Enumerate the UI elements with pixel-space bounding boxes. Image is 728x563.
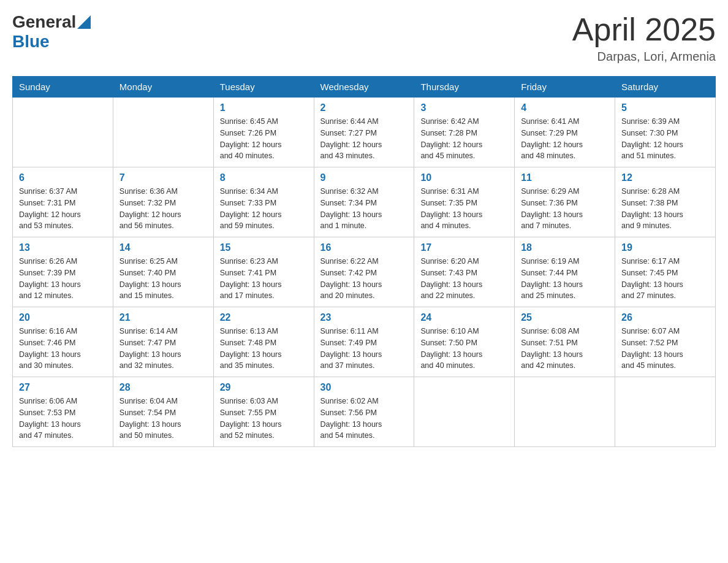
day-info: Sunrise: 6:19 AM Sunset: 7:44 PM Dayligh…	[521, 256, 609, 302]
calendar-cell: 12Sunrise: 6:28 AM Sunset: 7:38 PM Dayli…	[615, 167, 716, 237]
day-info: Sunrise: 6:03 AM Sunset: 7:55 PM Dayligh…	[220, 396, 308, 442]
day-number: 9	[320, 172, 408, 183]
day-info: Sunrise: 6:26 AM Sunset: 7:39 PM Dayligh…	[19, 256, 107, 302]
calendar-cell: 24Sunrise: 6:10 AM Sunset: 7:50 PM Dayli…	[414, 307, 515, 377]
day-info: Sunrise: 6:34 AM Sunset: 7:33 PM Dayligh…	[220, 186, 308, 232]
calendar-header-sunday: Sunday	[13, 77, 113, 98]
day-number: 14	[119, 242, 207, 253]
calendar-cell: 21Sunrise: 6:14 AM Sunset: 7:47 PM Dayli…	[113, 307, 213, 377]
day-info: Sunrise: 6:04 AM Sunset: 7:54 PM Dayligh…	[119, 396, 207, 442]
day-number: 15	[220, 242, 308, 253]
calendar-week-row: 27Sunrise: 6:06 AM Sunset: 7:53 PM Dayli…	[13, 377, 716, 447]
day-number: 8	[220, 172, 308, 183]
title-area: April 2025 Darpas, Lori, Armenia	[572, 12, 716, 64]
day-number: 27	[19, 382, 107, 393]
calendar-header-saturday: Saturday	[615, 77, 716, 98]
day-info: Sunrise: 6:02 AM Sunset: 7:56 PM Dayligh…	[320, 396, 408, 442]
calendar-header-friday: Friday	[515, 77, 615, 98]
calendar-cell: 2Sunrise: 6:44 AM Sunset: 7:27 PM Daylig…	[314, 98, 414, 167]
calendar-cell: 5Sunrise: 6:39 AM Sunset: 7:30 PM Daylig…	[615, 98, 716, 167]
day-number: 22	[220, 312, 308, 323]
day-number: 17	[420, 242, 508, 253]
calendar-header-row: SundayMondayTuesdayWednesdayThursdayFrid…	[13, 77, 716, 98]
day-number: 18	[521, 242, 609, 253]
calendar-cell: 4Sunrise: 6:41 AM Sunset: 7:29 PM Daylig…	[515, 98, 615, 167]
calendar-cell: 9Sunrise: 6:32 AM Sunset: 7:34 PM Daylig…	[314, 167, 414, 237]
day-number: 23	[320, 312, 408, 323]
day-info: Sunrise: 6:13 AM Sunset: 7:48 PM Dayligh…	[220, 326, 308, 372]
page-header: General Blue April 2025 Darpas, Lori, Ar…	[12, 12, 716, 64]
day-info: Sunrise: 6:23 AM Sunset: 7:41 PM Dayligh…	[220, 256, 308, 302]
day-number: 19	[621, 242, 709, 253]
calendar-cell	[13, 98, 113, 167]
calendar-cell: 19Sunrise: 6:17 AM Sunset: 7:45 PM Dayli…	[615, 237, 716, 307]
day-number: 3	[420, 102, 508, 113]
day-number: 7	[119, 172, 207, 183]
day-info: Sunrise: 6:45 AM Sunset: 7:26 PM Dayligh…	[220, 116, 308, 162]
day-number: 26	[621, 312, 709, 323]
day-info: Sunrise: 6:16 AM Sunset: 7:46 PM Dayligh…	[19, 326, 107, 372]
day-number: 5	[621, 102, 709, 113]
day-number: 28	[119, 382, 207, 393]
calendar-week-row: 6Sunrise: 6:37 AM Sunset: 7:31 PM Daylig…	[13, 167, 716, 237]
day-info: Sunrise: 6:22 AM Sunset: 7:42 PM Dayligh…	[320, 256, 408, 302]
calendar-cell: 15Sunrise: 6:23 AM Sunset: 7:41 PM Dayli…	[213, 237, 314, 307]
calendar-cell: 28Sunrise: 6:04 AM Sunset: 7:54 PM Dayli…	[113, 377, 213, 447]
calendar-week-row: 20Sunrise: 6:16 AM Sunset: 7:46 PM Dayli…	[13, 307, 716, 377]
day-number: 2	[320, 102, 408, 113]
calendar-cell: 3Sunrise: 6:42 AM Sunset: 7:28 PM Daylig…	[414, 98, 515, 167]
calendar-cell	[113, 98, 213, 167]
day-number: 20	[19, 312, 107, 323]
day-info: Sunrise: 6:42 AM Sunset: 7:28 PM Dayligh…	[420, 116, 508, 162]
calendar-cell: 20Sunrise: 6:16 AM Sunset: 7:46 PM Dayli…	[13, 307, 113, 377]
calendar-cell: 6Sunrise: 6:37 AM Sunset: 7:31 PM Daylig…	[13, 167, 113, 237]
day-info: Sunrise: 6:10 AM Sunset: 7:50 PM Dayligh…	[420, 326, 508, 372]
calendar-cell: 25Sunrise: 6:08 AM Sunset: 7:51 PM Dayli…	[515, 307, 615, 377]
logo-blue-text: Blue	[12, 32, 50, 52]
day-info: Sunrise: 6:07 AM Sunset: 7:52 PM Dayligh…	[621, 326, 709, 372]
calendar-cell: 26Sunrise: 6:07 AM Sunset: 7:52 PM Dayli…	[615, 307, 716, 377]
day-number: 16	[320, 242, 408, 253]
calendar-cell: 11Sunrise: 6:29 AM Sunset: 7:36 PM Dayli…	[515, 167, 615, 237]
day-info: Sunrise: 6:17 AM Sunset: 7:45 PM Dayligh…	[621, 256, 709, 302]
day-info: Sunrise: 6:36 AM Sunset: 7:32 PM Dayligh…	[119, 186, 207, 232]
calendar-cell: 1Sunrise: 6:45 AM Sunset: 7:26 PM Daylig…	[213, 98, 314, 167]
day-number: 1	[220, 102, 308, 113]
calendar-cell: 27Sunrise: 6:06 AM Sunset: 7:53 PM Dayli…	[13, 377, 113, 447]
day-info: Sunrise: 6:44 AM Sunset: 7:27 PM Dayligh…	[320, 116, 408, 162]
calendar-table: SundayMondayTuesdayWednesdayThursdayFrid…	[12, 76, 716, 447]
calendar-cell: 8Sunrise: 6:34 AM Sunset: 7:33 PM Daylig…	[213, 167, 314, 237]
day-info: Sunrise: 6:14 AM Sunset: 7:47 PM Dayligh…	[119, 326, 207, 372]
calendar-cell: 18Sunrise: 6:19 AM Sunset: 7:44 PM Dayli…	[515, 237, 615, 307]
calendar-week-row: 13Sunrise: 6:26 AM Sunset: 7:39 PM Dayli…	[13, 237, 716, 307]
day-number: 10	[420, 172, 508, 183]
calendar-week-row: 1Sunrise: 6:45 AM Sunset: 7:26 PM Daylig…	[13, 98, 716, 167]
calendar-cell: 14Sunrise: 6:25 AM Sunset: 7:40 PM Dayli…	[113, 237, 213, 307]
calendar-header-monday: Monday	[113, 77, 213, 98]
calendar-cell: 22Sunrise: 6:13 AM Sunset: 7:48 PM Dayli…	[213, 307, 314, 377]
day-number: 21	[119, 312, 207, 323]
logo-general-text: General	[12, 12, 76, 32]
day-info: Sunrise: 6:41 AM Sunset: 7:29 PM Dayligh…	[521, 116, 609, 162]
calendar-cell: 10Sunrise: 6:31 AM Sunset: 7:35 PM Dayli…	[414, 167, 515, 237]
day-number: 12	[621, 172, 709, 183]
day-number: 4	[521, 102, 609, 113]
calendar-cell: 29Sunrise: 6:03 AM Sunset: 7:55 PM Dayli…	[213, 377, 314, 447]
calendar-cell: 30Sunrise: 6:02 AM Sunset: 7:56 PM Dayli…	[314, 377, 414, 447]
day-info: Sunrise: 6:28 AM Sunset: 7:38 PM Dayligh…	[621, 186, 709, 232]
day-info: Sunrise: 6:25 AM Sunset: 7:40 PM Dayligh…	[119, 256, 207, 302]
calendar-cell	[515, 377, 615, 447]
calendar-cell: 7Sunrise: 6:36 AM Sunset: 7:32 PM Daylig…	[113, 167, 213, 237]
logo-triangle-icon	[77, 15, 91, 29]
day-number: 24	[420, 312, 508, 323]
calendar-cell: 13Sunrise: 6:26 AM Sunset: 7:39 PM Dayli…	[13, 237, 113, 307]
svg-marker-0	[77, 15, 91, 29]
day-number: 30	[320, 382, 408, 393]
calendar-header-wednesday: Wednesday	[314, 77, 414, 98]
day-number: 29	[220, 382, 308, 393]
day-info: Sunrise: 6:32 AM Sunset: 7:34 PM Dayligh…	[320, 186, 408, 232]
calendar-cell: 16Sunrise: 6:22 AM Sunset: 7:42 PM Dayli…	[314, 237, 414, 307]
day-info: Sunrise: 6:08 AM Sunset: 7:51 PM Dayligh…	[521, 326, 609, 372]
calendar-header-thursday: Thursday	[414, 77, 515, 98]
day-info: Sunrise: 6:29 AM Sunset: 7:36 PM Dayligh…	[521, 186, 609, 232]
